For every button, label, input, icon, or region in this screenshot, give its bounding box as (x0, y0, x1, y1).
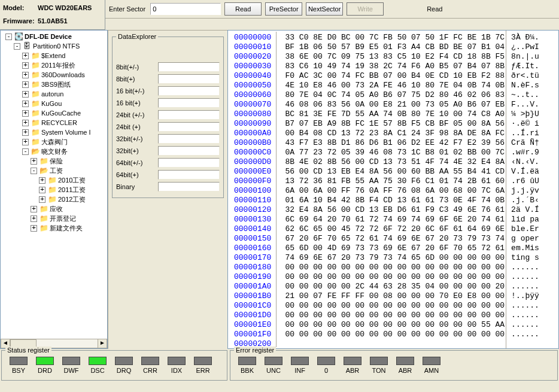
de-label: 8bit(+/-) (116, 63, 158, 71)
register-label: BSY (5, 367, 32, 374)
folder-icon (39, 205, 48, 213)
firmware-value: 51.0AB51 (38, 17, 68, 25)
data-explorer-row: 64bit(+/-) (116, 158, 220, 168)
register-label: ERR (190, 367, 216, 374)
tree-folder[interactable]: RECYCLER (41, 118, 77, 127)
folder-open-icon (31, 147, 40, 156)
tree-folder[interactable]: $Extend (41, 51, 65, 60)
firmware-label: Frimware: (3, 17, 38, 25)
led-indicator (168, 357, 186, 365)
sector-bar: Enter Sector Read PreSector NextSector W… (105, 0, 559, 19)
de-value-box (158, 122, 220, 132)
bytes-column[interactable]: 33 C0 8E D0 BC 00 7C FB 50 07 50 1F FC B… (279, 31, 506, 348)
register-label: BBK (234, 367, 260, 374)
data-explorer-row: 16 bit(+) (116, 98, 220, 108)
folder-icon (39, 224, 48, 232)
led-indicator (10, 357, 28, 365)
toggle-icon[interactable]: + (22, 91, 29, 98)
ascii-column[interactable]: 3À Đ¼.¿..PwI8n.|.uƒÆ.It.ðr<.tüN.èF.s~..t… (506, 31, 542, 348)
tree-folder[interactable]: 2011工资 (58, 185, 86, 195)
led-indicator (423, 357, 440, 365)
led-indicator (291, 357, 309, 365)
led-indicator (89, 357, 107, 365)
data-explorer-title: DataExplorer (116, 33, 158, 40)
register-label: UNC (260, 367, 287, 374)
de-value-box (158, 86, 220, 96)
tree-partition[interactable]: Partition0 NTFS (33, 41, 80, 51)
error-register-group: Error register BBKUNCINF0ABRTONABRAMN (230, 350, 558, 381)
toggle-icon[interactable]: + (22, 62, 29, 69)
tree-folder[interactable]: 大森阀门 (41, 137, 68, 147)
de-label: 64bit(+) (116, 171, 158, 178)
toggle-icon[interactable]: + (22, 72, 29, 78)
tree-folder[interactable]: 2010工资 (58, 175, 86, 185)
toggle-icon[interactable]: + (22, 81, 29, 88)
tree-folder[interactable]: 新建文件夹 (50, 223, 83, 233)
led-indicator (36, 357, 54, 365)
tree-folder[interactable]: 3BS9图纸 (41, 80, 71, 89)
toggle-icon[interactable]: + (31, 206, 37, 212)
folder-open-icon (39, 166, 48, 175)
read-button[interactable]: Read (224, 2, 262, 16)
toggle-icon[interactable]: + (31, 225, 37, 232)
toggle-icon[interactable]: + (31, 215, 37, 222)
tree-folder[interactable]: 保险 (50, 156, 63, 166)
tree-folder[interactable]: KuGouCache (41, 108, 81, 118)
toggle-icon[interactable]: - (14, 43, 20, 50)
tree-folder[interactable]: 2012工资 (58, 195, 86, 204)
data-explorer-row: 32bit(+/-) (116, 134, 220, 144)
source-disk-title: Source Disk (2, 0, 41, 1)
toggle-icon[interactable]: + (22, 110, 29, 117)
toggle-icon[interactable]: - (31, 168, 37, 174)
tree-folder[interactable]: 晓文财务 (41, 147, 68, 156)
tree-folder[interactable]: System Volume I (41, 127, 91, 137)
toggle-icon[interactable]: + (39, 187, 45, 193)
de-label: 32bit(+/-) (116, 135, 158, 142)
tree-folder[interactable]: 工资 (50, 166, 63, 175)
toggle-icon[interactable]: - (22, 148, 29, 155)
enter-sector-label: Enter Sector (109, 5, 145, 13)
write-button[interactable]: Write (347, 2, 384, 16)
data-explorer-row: Binary (116, 182, 220, 192)
tree-folder[interactable]: 应收 (50, 204, 63, 214)
data-explorer-group: DataExplorer 8bit(+/-)8bit(+)16 bit(+/-)… (112, 37, 224, 198)
toggle-icon[interactable]: + (22, 120, 29, 126)
tree-folder[interactable]: 2011年报价 (41, 60, 75, 70)
led-indicator (317, 357, 335, 365)
toggle-icon[interactable]: + (39, 196, 45, 203)
led-indicator (238, 357, 256, 365)
de-label: 24bit (+) (116, 123, 158, 130)
register-label: DRQ (111, 367, 137, 374)
toggle-icon[interactable]: - (5, 34, 12, 40)
register-label: ABR (339, 367, 366, 374)
register-label: CRR (137, 367, 163, 374)
hex-view[interactable]: 0000000000000010000000200000003000000040… (227, 30, 559, 349)
tree-view[interactable]: -DFL-DE Device -Partition0 NTFS +$Extend… (0, 30, 108, 349)
toggle-icon[interactable]: + (31, 158, 37, 165)
folder-icon (31, 99, 40, 108)
folder-icon (47, 186, 57, 194)
toggle-icon[interactable]: + (22, 129, 29, 136)
tree-folder[interactable]: autorun (41, 89, 63, 99)
sector-input[interactable] (150, 3, 221, 15)
data-explorer-row: 32bit(+) (116, 146, 220, 156)
folder-icon (31, 51, 40, 60)
scroll-right-icon[interactable]: ► (98, 339, 107, 348)
tree-root[interactable]: DFL-DE Device (25, 32, 72, 41)
tree-folder[interactable]: 360Downloads (41, 70, 85, 80)
register-label: DWF (58, 367, 84, 374)
error-register-title: Error register (234, 347, 276, 354)
de-value-box (158, 98, 220, 108)
nextsector-button[interactable]: NextSector (306, 2, 343, 16)
presector-button[interactable]: PreSector (265, 2, 302, 16)
toggle-icon[interactable]: + (22, 139, 29, 145)
de-value-box (158, 146, 220, 156)
status-text: Read (427, 5, 442, 13)
data-explorer-row: 8bit(+) (116, 74, 220, 84)
de-value-box (158, 110, 220, 120)
toggle-icon[interactable]: + (22, 53, 29, 59)
tree-folder[interactable]: 开票登记 (50, 214, 76, 223)
toggle-icon[interactable]: + (22, 101, 29, 107)
tree-folder[interactable]: KuGou (41, 99, 62, 108)
toggle-icon[interactable]: + (39, 177, 45, 184)
